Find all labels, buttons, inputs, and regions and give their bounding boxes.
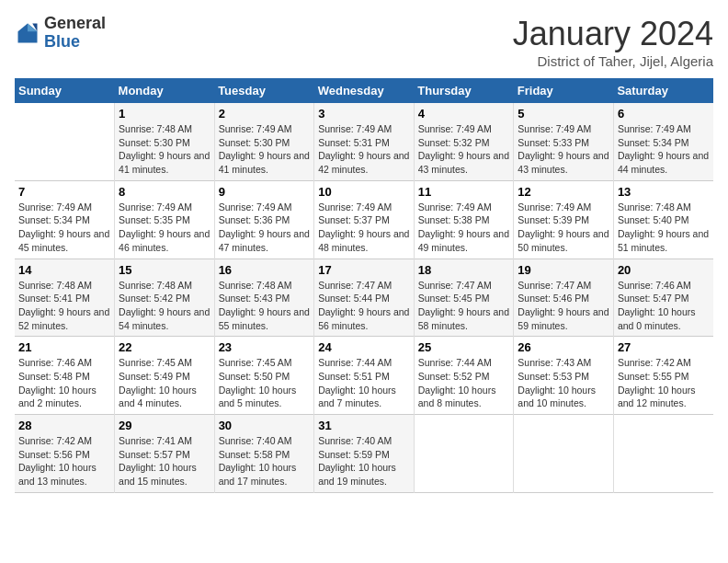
day-number: 29 [119, 419, 210, 432]
day-info: Sunrise: 7:49 AMSunset: 5:33 PMDaylight:… [518, 122, 609, 177]
weekday-header: Thursday [414, 78, 514, 103]
day-number: 26 [518, 340, 609, 354]
calendar-cell: 9Sunrise: 7:49 AMSunset: 5:36 PMDaylight… [214, 180, 314, 259]
day-number: 22 [119, 340, 210, 354]
weekday-header-row: SundayMondayTuesdayWednesdayThursdayFrid… [15, 78, 713, 103]
logo-text: General Blue [44, 15, 106, 52]
day-number: 21 [18, 340, 110, 354]
day-info: Sunrise: 7:42 AMSunset: 5:56 PMDaylight:… [18, 434, 110, 488]
weekday-header: Monday [115, 78, 215, 103]
calendar-week-row: 1Sunrise: 7:48 AMSunset: 5:30 PMDaylight… [15, 103, 713, 180]
calendar-cell: 23Sunrise: 7:45 AMSunset: 5:50 PMDayligh… [214, 337, 314, 415]
calendar-cell [514, 415, 614, 493]
page-header: General Blue January 2024 District of Ta… [15, 15, 713, 69]
day-number: 18 [418, 263, 510, 277]
day-number: 24 [318, 340, 410, 354]
day-info: Sunrise: 7:48 AMSunset: 5:41 PMDaylight:… [18, 279, 110, 333]
calendar-cell: 25Sunrise: 7:44 AMSunset: 5:52 PMDayligh… [414, 337, 514, 415]
day-info: Sunrise: 7:40 AMSunset: 5:58 PMDaylight:… [219, 434, 311, 488]
calendar-cell: 15Sunrise: 7:48 AMSunset: 5:42 PMDayligh… [115, 259, 215, 337]
calendar-cell: 24Sunrise: 7:44 AMSunset: 5:51 PMDayligh… [314, 337, 415, 415]
logo-blue: Blue [44, 33, 106, 52]
calendar-cell: 13Sunrise: 7:48 AMSunset: 5:40 PMDayligh… [613, 180, 713, 259]
calendar-cell: 4Sunrise: 7:49 AMSunset: 5:32 PMDaylight… [414, 103, 514, 180]
day-number: 7 [18, 185, 110, 199]
day-number: 6 [618, 107, 710, 121]
calendar-cell: 3Sunrise: 7:49 AMSunset: 5:31 PMDaylight… [314, 103, 415, 180]
day-info: Sunrise: 7:48 AMSunset: 5:30 PMDaylight:… [119, 122, 210, 177]
calendar-cell: 7Sunrise: 7:49 AMSunset: 5:34 PMDaylight… [15, 180, 115, 259]
calendar-cell: 11Sunrise: 7:49 AMSunset: 5:38 PMDayligh… [414, 180, 514, 259]
day-info: Sunrise: 7:43 AMSunset: 5:53 PMDaylight:… [518, 356, 609, 410]
weekday-header: Tuesday [214, 78, 314, 103]
title-block: January 2024 District of Taher, Jijel, A… [513, 15, 713, 69]
calendar-cell: 18Sunrise: 7:47 AMSunset: 5:45 PMDayligh… [414, 259, 514, 337]
calendar-cell: 26Sunrise: 7:43 AMSunset: 5:53 PMDayligh… [514, 337, 614, 415]
calendar-cell [414, 415, 514, 493]
calendar-cell: 5Sunrise: 7:49 AMSunset: 5:33 PMDaylight… [514, 103, 614, 180]
day-number: 13 [618, 185, 710, 199]
calendar-cell: 8Sunrise: 7:49 AMSunset: 5:35 PMDaylight… [115, 180, 215, 259]
day-number: 17 [318, 263, 410, 277]
day-info: Sunrise: 7:49 AMSunset: 5:39 PMDaylight:… [518, 201, 609, 255]
day-info: Sunrise: 7:45 AMSunset: 5:50 PMDaylight:… [219, 356, 311, 410]
calendar-cell: 28Sunrise: 7:42 AMSunset: 5:56 PMDayligh… [15, 415, 115, 493]
calendar-week-row: 7Sunrise: 7:49 AMSunset: 5:34 PMDaylight… [15, 180, 713, 259]
day-info: Sunrise: 7:49 AMSunset: 5:38 PMDaylight:… [418, 201, 510, 255]
calendar-cell: 14Sunrise: 7:48 AMSunset: 5:41 PMDayligh… [15, 259, 115, 337]
day-number: 4 [418, 107, 510, 121]
day-number: 28 [18, 419, 110, 432]
weekday-header: Sunday [15, 78, 115, 103]
day-info: Sunrise: 7:48 AMSunset: 5:42 PMDaylight:… [119, 279, 210, 333]
day-number: 1 [119, 107, 210, 121]
calendar-week-row: 21Sunrise: 7:46 AMSunset: 5:48 PMDayligh… [15, 337, 713, 415]
calendar-cell: 31Sunrise: 7:40 AMSunset: 5:59 PMDayligh… [314, 415, 415, 493]
day-info: Sunrise: 7:40 AMSunset: 5:59 PMDaylight:… [318, 434, 410, 488]
day-info: Sunrise: 7:49 AMSunset: 5:32 PMDaylight:… [418, 122, 510, 177]
location: District of Taher, Jijel, Algeria [513, 53, 713, 69]
day-number: 30 [219, 419, 311, 432]
weekday-header: Wednesday [314, 78, 415, 103]
calendar-cell: 16Sunrise: 7:48 AMSunset: 5:43 PMDayligh… [214, 259, 314, 337]
day-info: Sunrise: 7:42 AMSunset: 5:55 PMDaylight:… [618, 356, 710, 410]
day-number: 25 [418, 340, 510, 354]
day-number: 5 [518, 107, 609, 121]
day-number: 3 [318, 107, 410, 121]
calendar-table: SundayMondayTuesdayWednesdayThursdayFrid… [15, 78, 713, 493]
day-info: Sunrise: 7:44 AMSunset: 5:51 PMDaylight:… [318, 356, 410, 410]
day-info: Sunrise: 7:44 AMSunset: 5:52 PMDaylight:… [418, 356, 510, 410]
day-info: Sunrise: 7:49 AMSunset: 5:34 PMDaylight:… [618, 122, 710, 177]
calendar-cell: 17Sunrise: 7:47 AMSunset: 5:44 PMDayligh… [314, 259, 415, 337]
calendar-cell [15, 103, 115, 180]
day-info: Sunrise: 7:48 AMSunset: 5:40 PMDaylight:… [618, 201, 710, 255]
day-number: 20 [618, 263, 710, 277]
calendar-week-row: 14Sunrise: 7:48 AMSunset: 5:41 PMDayligh… [15, 259, 713, 337]
calendar-cell: 30Sunrise: 7:40 AMSunset: 5:58 PMDayligh… [214, 415, 314, 493]
day-number: 8 [119, 185, 210, 199]
day-number: 11 [418, 185, 510, 199]
day-info: Sunrise: 7:49 AMSunset: 5:31 PMDaylight:… [318, 122, 410, 177]
day-number: 16 [219, 263, 311, 277]
day-number: 2 [219, 107, 311, 121]
calendar-cell [613, 415, 713, 493]
calendar-cell: 10Sunrise: 7:49 AMSunset: 5:37 PMDayligh… [314, 180, 415, 259]
weekday-header: Saturday [613, 78, 713, 103]
calendar-cell: 21Sunrise: 7:46 AMSunset: 5:48 PMDayligh… [15, 337, 115, 415]
calendar-cell: 22Sunrise: 7:45 AMSunset: 5:49 PMDayligh… [115, 337, 215, 415]
calendar-cell: 2Sunrise: 7:49 AMSunset: 5:30 PMDaylight… [214, 103, 314, 180]
day-number: 9 [219, 185, 311, 199]
day-info: Sunrise: 7:49 AMSunset: 5:35 PMDaylight:… [119, 201, 210, 255]
day-number: 14 [18, 263, 110, 277]
calendar-cell: 12Sunrise: 7:49 AMSunset: 5:39 PMDayligh… [514, 180, 614, 259]
day-info: Sunrise: 7:47 AMSunset: 5:45 PMDaylight:… [418, 279, 510, 333]
day-info: Sunrise: 7:49 AMSunset: 5:30 PMDaylight:… [219, 122, 311, 177]
calendar-cell: 1Sunrise: 7:48 AMSunset: 5:30 PMDaylight… [115, 103, 215, 180]
day-number: 12 [518, 185, 609, 199]
logo: General Blue [15, 15, 106, 52]
logo-general: General [44, 15, 106, 33]
day-number: 15 [119, 263, 210, 277]
day-info: Sunrise: 7:49 AMSunset: 5:37 PMDaylight:… [318, 201, 410, 255]
day-info: Sunrise: 7:49 AMSunset: 5:34 PMDaylight:… [18, 201, 110, 255]
month-title: January 2024 [513, 15, 713, 53]
calendar-cell: 27Sunrise: 7:42 AMSunset: 5:55 PMDayligh… [613, 337, 713, 415]
